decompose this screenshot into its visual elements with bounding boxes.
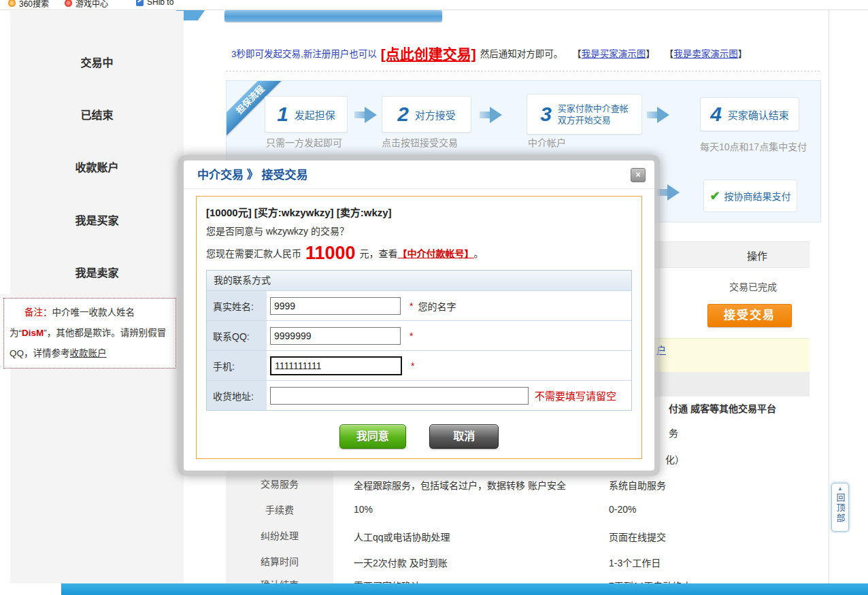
seller-demo-link[interactable]: 我是卖家演示图 — [673, 49, 738, 59]
360-search-icon — [8, 0, 16, 7]
form-row-qq: 联系QQ: * — [207, 320, 631, 350]
step-number: 1 — [277, 104, 288, 124]
sidebar-item-ended[interactable]: 已结束 — [10, 106, 184, 122]
intro-suffix: 然后通知对方即可。 — [480, 46, 563, 60]
row-others: 系统自助服务 — [609, 478, 666, 492]
modal-content-box: [10000元] [买方:wkzywkzy] [卖方:wkzy] 您是否同意与 … — [196, 196, 642, 459]
arrow-up-icon: ▲ — [837, 486, 843, 492]
step-desc: 点击按钮接受交易 — [382, 135, 458, 149]
step-title: 对方接受 — [415, 107, 456, 122]
game-center-icon — [65, 0, 72, 7]
intro-divider — [226, 71, 820, 71]
browser-bookmarks-bar: 360搜索 游戏中心 SHib to — [0, 0, 868, 9]
bookmark-360-search[interactable]: 360搜索 — [8, 0, 49, 9]
modal-title: 中介交易 》 接受交易 — [184, 160, 654, 189]
flow-arrow-icon — [647, 107, 670, 123]
accept-trade-button[interactable]: 接受交易 — [707, 304, 792, 327]
modal-buttons: 我同意 取消 — [206, 424, 632, 449]
step-title: 发起担保 — [295, 107, 335, 122]
required-star: * — [410, 301, 413, 311]
step-desc: 中介帐户 — [528, 135, 566, 149]
accept-trade-modal: 中介交易 》 接受交易 × [10000元] [买方:wkzywkzy] [卖方… — [178, 155, 660, 476]
agree-button[interactable]: 我同意 — [339, 424, 406, 449]
intro-line: 3秒即可发起交易,新注册用户也可以 [点此创建交易] 然后通知对方即可。 【我是… — [231, 42, 823, 64]
form-row-name: 真实姓名: * 您的名字 — [207, 290, 631, 320]
phone-input[interactable] — [270, 356, 402, 375]
trade-summary: [10000元] [买方:wkzywkzy] [卖方:wkzy] — [206, 205, 632, 219]
row-ours: 10% — [354, 504, 373, 515]
flow-step-1: 1 发起担保 — [265, 96, 348, 133]
remit-suffix: 。 — [474, 246, 484, 260]
table-row: 结算时间 一天2次付款 及时到账 1-3个工作日 — [226, 549, 809, 575]
step-desc: 只需一方发起即可 — [266, 135, 342, 149]
form-row-address: 收货地址: 不需要填写请留空 — [207, 380, 631, 410]
remit-prefix: 您现在需要汇款人民币 — [206, 246, 301, 260]
note-name: DisM — [22, 328, 44, 338]
payment-account-link[interactable]: 【中介付款帐号】 — [398, 246, 474, 260]
table-row: 手续费 10% 0-20% — [226, 497, 809, 524]
sidebar-item-seller[interactable]: 我是卖家 — [10, 264, 184, 280]
step-number: 2 — [397, 104, 409, 124]
row-ours: 一天2次付款 及时到账 — [354, 556, 448, 569]
content-right-border — [829, 10, 829, 583]
buyer-demo-link[interactable]: 我是买家演示图 — [582, 49, 646, 59]
footer-bar — [61, 583, 868, 595]
partial-text: 化） — [665, 452, 684, 466]
required-star: * — [410, 330, 413, 341]
seller-demo-link-wrap: 【我是卖家演示图】 — [665, 46, 748, 60]
cancel-button[interactable]: 取消 — [429, 424, 499, 449]
bookmark-label: 360搜索 — [19, 0, 49, 9]
row-others: 1-3个工作日 — [609, 556, 661, 569]
trade-question: 您是否同意与 wkzywkzy 的交易？ — [206, 224, 632, 237]
address-input[interactable] — [270, 387, 529, 405]
shib-doc-icon — [136, 0, 144, 6]
form-header: 我的联系方式 — [207, 271, 631, 290]
intro-lead: 3秒即可发起交易,新注册用户也可以 — [231, 46, 377, 60]
row-label: 手续费 — [226, 497, 333, 523]
operation-header: 操作 — [730, 248, 784, 262]
flow-arrow-icon — [354, 107, 378, 123]
sidebar-item-account[interactable]: 收款账户 — [10, 158, 184, 175]
step-title: 买家确认结束 — [728, 107, 789, 122]
flow-arrow-icon — [480, 107, 503, 123]
flow-step-2: 2 对方接受 — [382, 96, 471, 133]
note-account-link[interactable]: 收款账户 — [70, 348, 107, 358]
flow-step-4: 4 买家确认结束 — [700, 97, 799, 131]
bookmark-shib[interactable]: SHib to — [136, 0, 173, 7]
bracket: 】 — [738, 49, 748, 59]
close-icon[interactable]: × — [631, 168, 646, 182]
settle-label: 按协商结果支付 — [724, 189, 791, 203]
field-label: 真实姓名: — [207, 291, 267, 320]
row-others: 页面在线提交 — [609, 530, 666, 543]
step-number: 4 — [710, 104, 722, 124]
bookmark-label: SHib to — [147, 0, 173, 7]
partial-text: 务 — [669, 426, 678, 439]
remit-mid: 元，查看 — [360, 246, 398, 260]
row-ours: 全程跟踪服务，包括域名过户，数据转移 账户安全 — [354, 478, 566, 492]
row-ours: 人工qq或电话协助处理 — [354, 530, 450, 543]
form-row-phone: 手机: * — [207, 350, 631, 380]
remit-amount: 11000 — [301, 243, 360, 262]
bracket: 【 — [572, 49, 582, 59]
page: 360搜索 游戏中心 SHib to 交易中 已结束 收款账户 我是买家 我是卖… — [0, 0, 868, 595]
trade-status: 交易已完成 — [729, 279, 777, 293]
row-others: 0-20% — [609, 504, 636, 515]
partial-text: 付通 威客等其他交易平台 — [669, 401, 776, 415]
qq-input[interactable] — [270, 327, 401, 345]
real-name-input[interactable] — [270, 297, 401, 315]
step-number: 3 — [540, 104, 552, 124]
back-to-top-label: 回顶部 — [834, 493, 847, 524]
field-label: 收货地址: — [207, 381, 267, 410]
sidebar-item-buyer[interactable]: 我是买家 — [10, 211, 184, 228]
create-trade-link[interactable]: [点此创建交易] — [381, 43, 476, 63]
check-icon: ✔ — [710, 188, 720, 203]
row-label: 结算时间 — [226, 549, 333, 575]
sidebar-note: 备注：中介唯一收款人姓名为“DisM”，其他都是欺诈。请辨别假冒QQ，详情参考收… — [3, 298, 176, 369]
bookmark-game-center[interactable]: 游戏中心 — [65, 0, 108, 9]
back-to-top-button[interactable]: ▲ 回顶部 — [831, 483, 849, 532]
sidebar-item-trading[interactable]: 交易中 — [10, 54, 184, 70]
bracket: 】 — [646, 49, 655, 59]
nav-remnant-tab — [224, 10, 442, 22]
flow-arrow-icon — [657, 184, 680, 201]
bracket: 【 — [665, 49, 674, 59]
